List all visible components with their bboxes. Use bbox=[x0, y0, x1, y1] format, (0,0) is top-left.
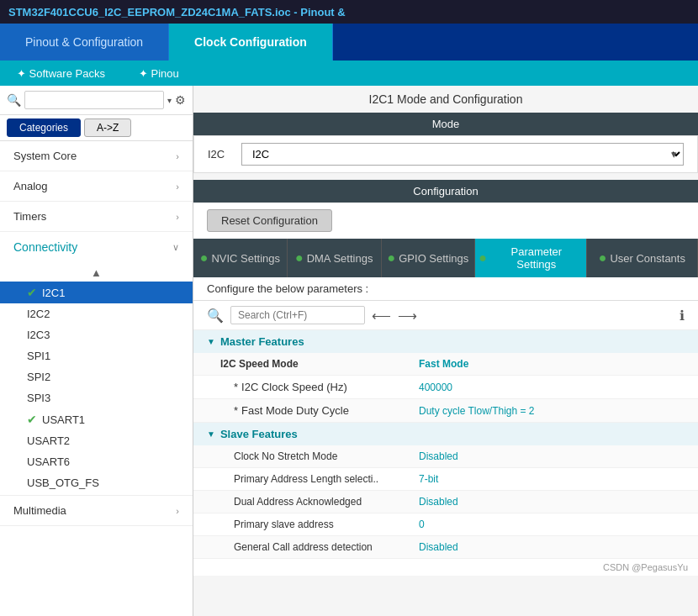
reset-config-button[interactable]: Reset Configuration bbox=[207, 209, 332, 232]
tab-atoz[interactable]: A->Z bbox=[84, 118, 131, 137]
usart6-label: USART6 bbox=[27, 455, 70, 468]
dma-dot-icon: ● bbox=[295, 250, 304, 266]
next-icon[interactable]: ⟶ bbox=[398, 308, 417, 324]
section-connectivity-header[interactable]: Connectivity ∨ bbox=[0, 232, 193, 262]
main-layout: 🔍 ▾ ⚙ Categories A->Z System Core › Anal… bbox=[0, 86, 698, 616]
tab-parameter-settings[interactable]: ● Parameter Settings bbox=[475, 239, 586, 277]
tab-gpio-settings[interactable]: ● GPIO Settings bbox=[382, 239, 476, 277]
param-search-input[interactable] bbox=[230, 306, 365, 324]
sidebar-item-i2c2[interactable]: I2C2 bbox=[0, 303, 193, 324]
tab-extra bbox=[333, 24, 698, 61]
config-section: Reset Configuration ● NVIC Settings ● DM… bbox=[193, 203, 698, 576]
mode-row: I2C I2C ▾ bbox=[194, 136, 697, 172]
master-features-header[interactable]: ▼ Master Features bbox=[193, 330, 698, 353]
general-call-value: Disabled bbox=[412, 536, 698, 558]
tab-nvic-settings[interactable]: ● NVIC Settings bbox=[193, 239, 288, 277]
info-icon[interactable]: ℹ bbox=[679, 308, 685, 324]
expand-btn[interactable]: ▲ bbox=[0, 264, 193, 282]
gpio-tab-label: GPIO Settings bbox=[399, 252, 468, 265]
mode-label: I2C bbox=[208, 148, 233, 161]
usart1-label: USART1 bbox=[42, 413, 85, 426]
sidebar-item-usart2[interactable]: USART2 bbox=[0, 430, 193, 451]
general-call-name: General Call address detection bbox=[193, 536, 412, 558]
section-system-core-header[interactable]: System Core › bbox=[0, 141, 193, 171]
clock-stretch-name: Clock No Stretch Mode bbox=[193, 445, 412, 467]
software-bar: ✦ Software Packs ✦ Pinou bbox=[0, 61, 698, 86]
usart2-label: USART2 bbox=[27, 434, 70, 447]
chevron-right-icon: › bbox=[176, 182, 179, 192]
spi2-label: SPI2 bbox=[27, 371, 50, 383]
slave-features-header[interactable]: ▼ Slave Features bbox=[193, 423, 698, 445]
sidebar-item-usart6[interactable]: USART6 bbox=[0, 451, 193, 472]
speed-mode-name: I2C Speed Mode bbox=[193, 353, 412, 375]
section-analog-header[interactable]: Analog › bbox=[0, 171, 193, 201]
tab-dma-settings[interactable]: ● DMA Settings bbox=[288, 239, 382, 277]
master-features-label: Master Features bbox=[220, 335, 304, 348]
param-header-row: I2C Speed Mode Fast Mode bbox=[193, 353, 698, 376]
pinout-link[interactable]: ✦ Pinou bbox=[139, 67, 179, 80]
clock-stretch-row: Clock No Stretch Mode Disabled bbox=[193, 445, 698, 468]
gpio-dot-icon: ● bbox=[388, 250, 396, 266]
connectivity-children: ▲ ✔ I2C1 I2C2 I2C3 SPI1 SPI2 bbox=[0, 262, 193, 495]
sidebar-item-usart1[interactable]: ✔ USART1 bbox=[0, 408, 193, 430]
chevron-right-icon: › bbox=[176, 151, 179, 161]
tab-pinout[interactable]: Pinout & Configuration bbox=[0, 24, 169, 61]
i2c2-label: I2C2 bbox=[27, 308, 50, 320]
sidebar-item-spi3[interactable]: SPI3 bbox=[0, 387, 193, 408]
clock-speed-value: 400000 bbox=[412, 376, 698, 398]
check-icon: ✔ bbox=[27, 286, 37, 299]
connectivity-label: Connectivity bbox=[13, 240, 77, 254]
dropdown-arrow-icon[interactable]: ▾ bbox=[167, 96, 172, 105]
sidebar-search-input[interactable] bbox=[24, 91, 164, 109]
mode-section: I2C I2C ▾ bbox=[193, 135, 698, 173]
param-search-bar: 🔍 ⟵ ⟶ ℹ bbox=[193, 301, 698, 330]
section-timers-header[interactable]: Timers › bbox=[0, 202, 193, 231]
section-analog: Analog › bbox=[0, 171, 193, 202]
sidebar-item-spi1[interactable]: SPI1 bbox=[0, 345, 193, 366]
duty-cycle-name: *Fast Mode Duty Cycle bbox=[193, 399, 412, 422]
search-icon: 🔍 bbox=[7, 93, 21, 107]
speed-mode-value: Fast Mode bbox=[412, 353, 698, 375]
section-multimedia: Multimedia › bbox=[0, 496, 193, 526]
sidebar-item-i2c1[interactable]: ✔ I2C1 bbox=[0, 282, 193, 303]
tab-user-constants[interactable]: ● User Constants bbox=[587, 239, 698, 277]
software-packs-link[interactable]: ✦ Software Packs bbox=[17, 67, 105, 80]
prev-icon[interactable]: ⟵ bbox=[372, 308, 391, 324]
sidebar-item-usb-otg-fs[interactable]: USB_OTG_FS bbox=[0, 472, 193, 493]
gear-icon[interactable]: ⚙ bbox=[175, 93, 186, 107]
title-text: STM32F401CCU6_I2C_EEPROM_ZD24C1MA_FATS.i… bbox=[8, 6, 346, 18]
chevron-right-icon: › bbox=[176, 506, 179, 516]
mode-select[interactable]: I2C bbox=[241, 143, 684, 166]
tab-categories[interactable]: Categories bbox=[7, 118, 81, 137]
chevron-down-icon: ∨ bbox=[172, 242, 179, 253]
spi1-label: SPI1 bbox=[27, 350, 50, 362]
system-core-label: System Core bbox=[13, 150, 77, 162]
clock-stretch-value: Disabled bbox=[412, 445, 698, 467]
tab-clock[interactable]: Clock Configuration bbox=[169, 24, 333, 61]
user-const-dot-icon: ● bbox=[599, 250, 607, 266]
primary-slave-row: Primary slave address 0 bbox=[193, 513, 698, 536]
usb-otg-fs-label: USB_OTG_FS bbox=[27, 476, 99, 489]
sidebar-tab-bar: Categories A->Z bbox=[0, 115, 193, 141]
duty-cycle-value: Duty cycle Tlow/Thigh = 2 bbox=[412, 400, 698, 422]
triangle-down-icon-slave: ▼ bbox=[207, 429, 215, 439]
timers-label: Timers bbox=[13, 210, 46, 223]
user-const-tab-label: User Constants bbox=[610, 252, 685, 265]
primary-slave-value: 0 bbox=[412, 513, 698, 535]
sidebar-item-i2c3[interactable]: I2C3 bbox=[0, 324, 193, 345]
nvic-tab-label: NVIC Settings bbox=[211, 252, 280, 265]
section-system-core: System Core › bbox=[0, 141, 193, 171]
nvic-dot-icon: ● bbox=[200, 250, 209, 266]
dual-addr-value: Disabled bbox=[412, 491, 698, 513]
mode-select-wrapper: I2C ▾ bbox=[241, 143, 684, 166]
clock-speed-name: *I2C Clock Speed (Hz) bbox=[193, 376, 412, 398]
tab-bar: Pinout & Configuration Clock Configurati… bbox=[0, 24, 698, 61]
dual-addr-row: Dual Address Acknowledged Disabled bbox=[193, 491, 698, 513]
mode-header-bar: Mode bbox=[193, 113, 698, 135]
sidebar-item-spi2[interactable]: SPI2 bbox=[0, 366, 193, 387]
slave-features-label: Slave Features bbox=[220, 428, 298, 440]
primary-addr-name: Primary Address Length selecti.. bbox=[193, 468, 412, 490]
primary-slave-name: Primary slave address bbox=[193, 513, 412, 535]
clock-speed-row: *I2C Clock Speed (Hz) 400000 bbox=[193, 376, 698, 399]
section-multimedia-header[interactable]: Multimedia › bbox=[0, 496, 193, 525]
